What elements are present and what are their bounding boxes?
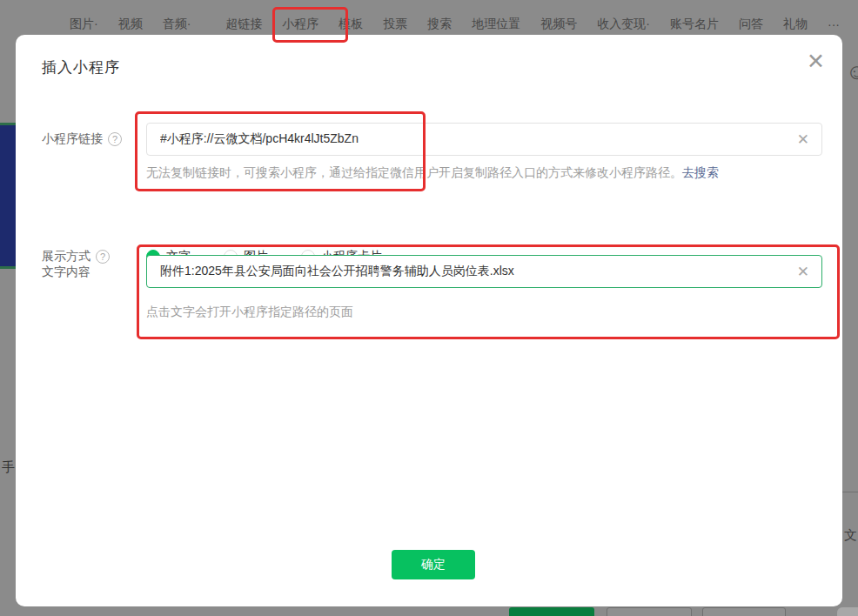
background-divider (842, 492, 858, 492)
link-hint: 无法复制链接时，可搜索小程序，通过给指定微信用户开启复制路径入口的方式来修改小程… (146, 165, 719, 181)
miniprogram-link-label-text: 小程序链接 (42, 131, 103, 147)
go-search-link[interactable]: 去搜索 (682, 165, 719, 179)
clear-icon[interactable]: ✕ (794, 263, 821, 280)
text-content-input[interactable] (147, 264, 794, 278)
miniprogram-link-input[interactable] (147, 132, 794, 146)
miniprogram-link-field: ✕ (146, 123, 822, 156)
toolbar-item-miniprogram[interactable]: 小程序 (282, 17, 318, 32)
background-corner-widget (837, 607, 858, 616)
background-left-text: 手 (2, 459, 15, 476)
toolbar-item-search[interactable]: 搜索 (427, 17, 452, 32)
toolbar-item-video[interactable]: 视频 (118, 17, 143, 32)
background-secondary-button (607, 607, 692, 616)
miniprogram-link-label: 小程序链接 ? (42, 131, 122, 147)
toolbar-item-monetize[interactable]: 收入变现· (597, 17, 650, 32)
toolbar-item-more[interactable]: ··· (828, 17, 840, 31)
help-icon[interactable]: ? (96, 250, 110, 264)
toolbar-item-image[interactable]: 图片· (70, 17, 98, 32)
clear-icon[interactable]: ✕ (794, 131, 821, 148)
background-publish-button (509, 607, 594, 616)
display-mode-label-text: 展示方式 (42, 249, 90, 264)
help-icon[interactable]: ? (108, 132, 122, 146)
dialog-title: 插入小程序 (42, 57, 120, 77)
toolbar-item-qa[interactable]: 问答 (739, 17, 763, 32)
emoji-icon: ☺ (846, 59, 858, 84)
confirm-button[interactable]: 确定 (392, 550, 475, 579)
close-icon[interactable]: ✕ (807, 50, 825, 72)
text-content-hint: 点击文字会打开小程序指定路径的页面 (146, 305, 353, 320)
text-content-field: ✕ (146, 255, 822, 288)
background-right-text: 文 (844, 527, 857, 544)
toolbar-item-gift[interactable]: 礼物 (783, 17, 808, 32)
insert-miniprogram-dialog: 插入小程序 ✕ 小程序链接 ? ✕ 无法复制链接时，可搜索小程序，通过给指定微信… (16, 35, 842, 606)
toolbar-item-vote[interactable]: 投票 (383, 17, 407, 32)
toolbar-item-location[interactable]: 地理位置 (472, 17, 520, 32)
toolbar-item-audio[interactable]: 音频· (163, 17, 191, 32)
link-hint-text: 无法复制链接时，可搜索小程序，通过给指定微信用户开启复制路径入口的方式来修改小程… (146, 165, 682, 179)
toolbar-item-account-card[interactable]: 账号名片 (670, 17, 719, 32)
text-content-label: 文字内容 (42, 264, 90, 280)
text-content-label-text: 文字内容 (42, 264, 90, 280)
display-mode-label: 展示方式 ? (42, 249, 110, 264)
toolbar-item-template[interactable]: 模板 (339, 17, 363, 32)
background-secondary-button (702, 607, 786, 616)
toolbar-item-hyperlink[interactable]: 超链接 (225, 17, 262, 32)
background-cover-image (0, 123, 16, 269)
toolbar-item-channels[interactable]: 视频号 (540, 17, 577, 32)
